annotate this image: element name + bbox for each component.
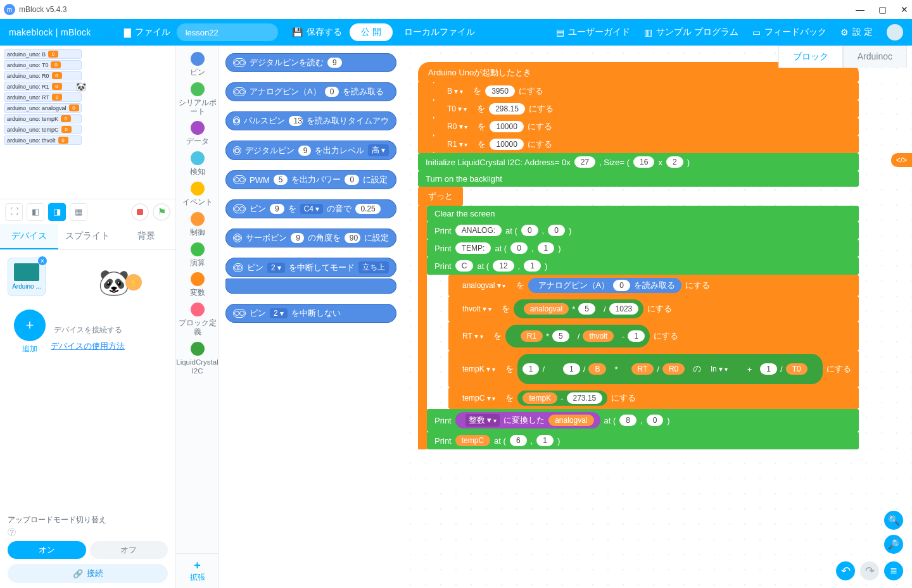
panda-sprite[interactable]: 🐼: [76, 82, 103, 114]
palette-block-no-interrupt[interactable]: ピン2 ▾を中断しない: [225, 304, 396, 323]
variable-monitor[interactable]: arduino_uno: tempK0: [4, 114, 82, 123]
block-set-analogval[interactable]: analogval ▾をアナログピン（A）0を読み取るにする: [448, 275, 859, 296]
variable-monitor[interactable]: arduino_uno: R10: [4, 82, 82, 91]
palette-block-digital-read[interactable]: デジタルピンを読む9: [225, 53, 396, 72]
category-検知[interactable]: 検知: [190, 151, 205, 177]
avatar[interactable]: [887, 24, 903, 41]
analog-read-reporter[interactable]: アナログピン（A）0を読み取る: [528, 278, 681, 293]
recenter-button[interactable]: ≡: [884, 561, 903, 580]
block-print-3[interactable]: PrintCat (12,1): [427, 257, 859, 275]
layout-1-button[interactable]: ◧: [27, 203, 44, 221]
variable-monitor[interactable]: arduino_uno: tempC0: [4, 125, 82, 134]
category-ピン[interactable]: ピン: [190, 52, 205, 77]
palette-block-pwm[interactable]: PWM5を出力パワー0に設定: [225, 170, 396, 189]
maximize-button[interactable]: ▢: [878, 4, 887, 15]
save-button[interactable]: 💾 保存する: [292, 27, 342, 38]
redo-button[interactable]: ↷: [860, 561, 879, 580]
tab-backdrop[interactable]: 背景: [117, 224, 175, 249]
fullscreen-button[interactable]: ⛶: [5, 203, 23, 221]
extension-add[interactable]: + 拡張: [176, 553, 219, 588]
connect-button[interactable]: 🔗 接続: [8, 564, 168, 583]
palette-block-interrupt[interactable]: ピン2 ▾を中断してモード立ち上: [225, 258, 396, 277]
category-変数[interactable]: 変数: [190, 272, 205, 297]
help-icon[interactable]: ?: [8, 528, 16, 536]
file-menu[interactable]: ファイル: [135, 27, 170, 38]
category-シリアルポート[interactable]: シリアルポート: [176, 82, 218, 116]
zoom-out-button[interactable]: 🔎: [884, 535, 903, 554]
category-dot: [191, 151, 205, 165]
code-toggle[interactable]: </>: [891, 153, 912, 167]
zoom-in-button[interactable]: 🔍: [884, 511, 903, 530]
userguide-link[interactable]: ▤ユーザーガイド: [556, 27, 630, 38]
block-set-rt[interactable]: RT ▾をR1*5/thvolt-1にする: [448, 322, 859, 351]
settings-link[interactable]: ⚙設 定: [840, 27, 873, 38]
category-制御[interactable]: 制御: [190, 212, 205, 237]
add-device-button[interactable]: +: [14, 310, 46, 341]
book-icon: ▤: [556, 27, 564, 37]
block-forever[interactable]: ずっと: [418, 187, 463, 206]
variable-monitor[interactable]: arduino_uno: T00: [4, 60, 82, 70]
stop-button[interactable]: [131, 203, 149, 221]
block-set-tempc[interactable]: tempC ▾をtempK-273.15にする: [448, 387, 859, 409]
language-icon[interactable]: 🌐: [103, 27, 115, 39]
variable-monitor[interactable]: arduino_uno: thvolt0: [4, 135, 82, 145]
tab-device[interactable]: デバイス: [0, 224, 58, 249]
variable-monitor[interactable]: arduino_uno: analogval0: [4, 103, 82, 113]
samples-link[interactable]: ▥サンプル プログラム: [644, 27, 738, 38]
tab-sprite[interactable]: スプライト: [58, 224, 117, 249]
grid-button[interactable]: ▦: [70, 203, 87, 221]
infinity-icon: [233, 263, 243, 272]
block-set-b[interactable]: B ▾を3950にする: [433, 82, 859, 100]
block-print-1[interactable]: PrintANALOG:at (0,0): [427, 222, 859, 239]
undo-button[interactable]: ↶: [836, 561, 855, 580]
block-set-r1[interactable]: R1 ▾を10000にする: [433, 135, 859, 153]
script-stack[interactable]: Arduino Unoが起動したとき B ▾を3950にする T0 ▾を298.…: [418, 62, 859, 449]
block-lcd-init[interactable]: Initialize LiquidCrystal I2C: Address= 0…: [418, 153, 859, 171]
palette-block-servo[interactable]: サーボピン9の角度を90に設定: [225, 228, 396, 247]
variable-monitor[interactable]: arduino_uno: B0: [4, 49, 82, 59]
int-convert[interactable]: 整数 ▾に変換したanalogval: [455, 412, 600, 428]
category-dot: [191, 52, 205, 66]
palette-block-analog-read[interactable]: アナログピン（A）0を読み取る: [225, 82, 396, 101]
block-clear[interactable]: Clear the screen: [427, 206, 859, 222]
close-button[interactable]: ✕: [901, 4, 908, 15]
palette-block-digital-write[interactable]: デジタルピン9を出力レベル高 ▾: [225, 141, 396, 160]
project-name-input[interactable]: [177, 23, 278, 41]
infinity-icon: [233, 116, 240, 125]
upload-off-button[interactable]: オフ: [90, 541, 168, 559]
block-print-analogval[interactable]: Print整数 ▾に変換したanalogvalat (8,0): [427, 409, 859, 432]
green-flag-button[interactable]: ⚑: [153, 203, 170, 221]
feedback-link[interactable]: ▭フィードバック: [752, 27, 826, 38]
variable-monitor[interactable]: arduino_uno: RT0: [4, 92, 82, 102]
block-set-t0[interactable]: T0 ▾を298.15にする: [433, 100, 859, 118]
palette-block-tone[interactable]: ピン9をC4 ▾の音で0.25: [225, 199, 396, 218]
workspace-tab-code[interactable]: Arduinoc: [843, 46, 907, 68]
upload-on-button[interactable]: オン: [8, 541, 86, 559]
local-file-menu[interactable]: ローカルファイル: [404, 27, 475, 38]
block-set-thvolt[interactable]: thvolt ▾をanalogval*5/1023にする: [448, 296, 859, 322]
category-LiquidCrystal I2C[interactable]: LiquidCrystal I2C: [176, 342, 218, 376]
device-howto-link[interactable]: デバイスの使用方法: [51, 341, 125, 351]
publish-button[interactable]: 公 開: [350, 23, 393, 41]
infinity-icon: [233, 146, 241, 155]
palette-block-interrupt-body[interactable]: [225, 278, 396, 294]
layout-2-button[interactable]: ◨: [48, 203, 66, 221]
brand: makeblock | mBlock: [9, 27, 91, 37]
block-print-2[interactable]: PrintTEMP:at (0,1): [427, 239, 859, 257]
category-イベント[interactable]: イベント: [182, 182, 213, 207]
block-set-tempk[interactable]: tempK ▾を 1/ 1/B * RT/R0のln ▾ + 1/T0: [448, 351, 859, 387]
category-ブロック定義[interactable]: ブロック定義: [176, 303, 218, 337]
device-card-arduino[interactable]: × Arduino ...: [8, 258, 46, 296]
category-演算[interactable]: 演算: [190, 242, 205, 268]
category-dot: [191, 303, 205, 316]
category-データ[interactable]: データ: [186, 121, 209, 146]
workspace-tab-blocks[interactable]: ブロック: [778, 46, 843, 68]
variable-monitor[interactable]: arduino_uno: R00: [4, 71, 82, 80]
block-backlight[interactable]: Turn on the backlight: [418, 171, 859, 187]
remove-device-icon[interactable]: ×: [38, 256, 47, 265]
minimize-button[interactable]: —: [856, 4, 864, 15]
app-logo-icon: m: [4, 4, 15, 15]
block-set-r0[interactable]: R0 ▾を10000にする: [433, 118, 859, 135]
block-print-tempc[interactable]: PrinttempCat (6,1): [427, 432, 859, 449]
palette-block-pulse[interactable]: パルスピン13を読み取りタイムアウ: [225, 111, 396, 130]
